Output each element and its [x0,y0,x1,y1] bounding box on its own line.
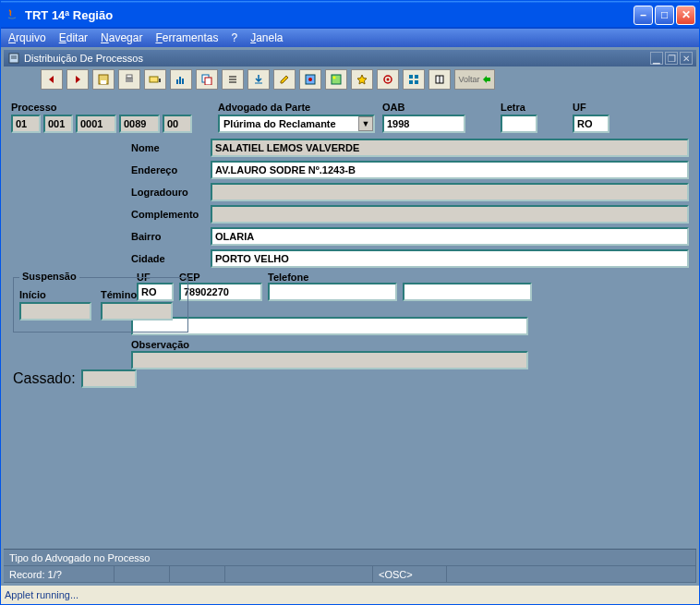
edit-button[interactable] [273,69,296,90]
gear-button[interactable] [377,69,399,90]
copy-button[interactable] [196,69,218,90]
status-bar: Tipo do Advogado no Processo Record: 1/?… [4,549,696,583]
cep-field[interactable] [179,283,262,301]
uf-field[interactable] [573,115,609,133]
download-button[interactable] [247,69,270,90]
menu-janela[interactable]: Janela [250,31,283,44]
menu-ferramentas[interactable]: Ferramentas [155,31,218,44]
svg-point-21 [333,77,336,79]
processo-p5[interactable] [163,115,192,133]
mdi-minimize-button[interactable]: ▁ [650,52,663,65]
inicio-field[interactable] [19,302,91,321]
save-button[interactable] [92,69,115,90]
book-button[interactable] [428,69,451,90]
label-cassado: Cassado: [13,370,76,387]
telefone2-field[interactable] [403,283,532,301]
processo-p4[interactable] [119,115,160,133]
svg-rect-24 [409,75,413,79]
menubar: Arquivo Editar Navegar Ferramentas ? Jan… [1,29,699,47]
svg-rect-11 [182,79,184,84]
cidade-field[interactable] [211,249,689,268]
window-titlebar: TRT 14ª Região – □ ✕ [1,1,699,29]
minimize-button[interactable]: – [634,6,653,25]
form-area: Processo Advogado da Parte Plúrima do Re… [4,92,696,549]
label-termino: Témino [101,289,173,300]
menu-editar[interactable]: Editar [59,31,88,44]
letra-field[interactable] [501,115,537,133]
dropdown-arrow-icon: ▼ [358,116,373,131]
svg-rect-26 [409,80,413,84]
menu-arquivo[interactable]: Arquivo [8,31,46,44]
svg-point-19 [308,78,312,81]
label-oab: OAB [382,102,465,113]
svg-rect-6 [127,75,132,78]
processo-p2[interactable] [43,115,73,133]
svg-rect-25 [415,75,418,79]
bairro-field[interactable] [211,227,689,246]
mdi-titlebar: Distribuição De Processos ▁ ❐ ✕ [4,50,696,67]
applet-status: Applet running... [1,586,699,604]
label-cidade: Cidade [131,253,205,264]
close-button[interactable]: ✕ [676,6,695,25]
mdi-restore-button[interactable]: ❐ [665,52,678,65]
oab-field[interactable] [382,115,465,133]
next-button[interactable] [66,69,89,90]
index-button[interactable] [144,69,166,90]
nome-field[interactable] [211,139,689,157]
svg-rect-13 [205,78,211,85]
label-logradouro: Logradouro [131,187,205,198]
mdi-title: Distribuição De Processos [24,53,650,64]
processo-p3[interactable] [76,115,116,133]
svg-point-23 [387,79,390,81]
mdi-close-button[interactable]: ✕ [680,52,693,65]
label-inicio: Início [19,289,91,300]
menu-help[interactable]: ? [231,31,237,44]
svg-rect-4 [101,80,106,84]
label-telefone: Telefone [268,272,532,283]
logradouro-field[interactable] [211,183,689,201]
processo-p1[interactable] [11,115,41,133]
svg-rect-27 [415,80,418,84]
star-button[interactable] [351,69,373,90]
label-letra: Letra [501,102,537,113]
label-observacao: Observação [131,339,189,350]
grid-button[interactable] [403,69,425,90]
list-button[interactable] [222,69,244,90]
chart-button[interactable] [170,69,192,90]
suspensao-group: Suspensão Início Témino [13,277,188,333]
email-field[interactable] [131,317,528,335]
svg-rect-8 [159,79,161,82]
label-complemento: Complemento [131,209,205,220]
menu-navegar[interactable]: Navegar [101,31,142,44]
advogado-tipo-dropdown[interactable]: Plúrima do Reclamante ▼ [218,115,375,133]
label-cep: CEP [179,272,262,283]
svg-rect-7 [150,77,158,82]
label-uf: UF [573,102,609,113]
endereco-field[interactable] [211,161,689,179]
telefone1-field[interactable] [268,283,397,301]
termino-field[interactable] [101,302,173,321]
toolbar: Voltar [4,67,696,92]
advogado-tipo-value: Plúrima do Reclamante [220,118,358,129]
status-message: Tipo do Advogado no Processo [4,550,696,565]
status-osc: <OSC> [373,566,447,582]
label-endereco: Endereço [131,164,205,175]
form-icon [7,52,20,65]
svg-rect-10 [179,77,181,84]
svg-rect-5 [126,78,133,82]
image-button[interactable] [325,69,347,90]
maximize-button[interactable]: □ [655,6,674,25]
prev-button[interactable] [41,69,63,90]
tools-button[interactable] [299,69,321,90]
svg-rect-20 [332,75,341,84]
label-bairro: Bairro [131,231,205,242]
status-record: Record: 1/? [4,566,115,582]
cassado-field[interactable] [81,369,137,388]
complemento-field[interactable] [211,205,689,224]
label-suspensao: Suspensão [19,271,79,282]
svg-rect-9 [176,79,178,84]
observacao-field[interactable] [131,351,528,369]
voltar-button[interactable]: Voltar [454,69,495,90]
print-button[interactable] [118,69,140,90]
window-title: TRT 14ª Região [25,8,634,22]
